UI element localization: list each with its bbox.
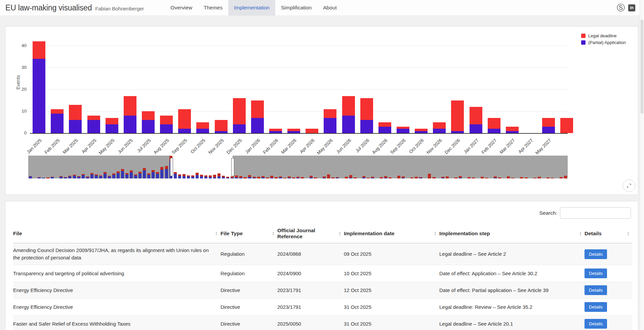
details-button-row-1[interactable]: Details: [585, 249, 607, 259]
details-button-row-2[interactable]: Details: [585, 269, 607, 278]
bar-legal-deadline-Dec 2025[interactable]: [233, 98, 246, 124]
tab-about[interactable]: About: [317, 0, 343, 15]
details-button-row-4[interactable]: Details: [585, 302, 607, 312]
bar-application-Mar 2027[interactable]: [506, 131, 519, 133]
wordpress-icon[interactable]: Ⓢ: [617, 4, 625, 12]
bar-application-Nov 2025[interactable]: [215, 131, 228, 133]
navigator-bar-application: [38, 177, 41, 178]
column-header-implementation-date[interactable]: Implementation date▲▼: [344, 224, 439, 243]
navigator-bar-legal-deadline: [415, 177, 418, 178]
bar-application-Mar 2026[interactable]: [287, 131, 300, 133]
chart-range-navigator[interactable]: [28, 156, 568, 178]
bar-legal-deadline-Nov 2025[interactable]: [215, 120, 228, 131]
navigator-bar-legal-deadline: [468, 177, 471, 178]
legend-item--partial-application[interactable]: (Partial) Application: [581, 40, 626, 45]
bar-application-May 2026[interactable]: [324, 118, 336, 133]
bar-application-Feb 2027[interactable]: [488, 129, 500, 133]
bar-legal-deadline-Aug 2025[interactable]: [160, 116, 173, 124]
bar-application-Dec 2026[interactable]: [451, 131, 464, 133]
bar-application-Jun 2025[interactable]: [124, 116, 136, 133]
tab-simplification[interactable]: Simplification: [275, 0, 317, 15]
navigator-bar-legal-deadline: [446, 176, 449, 178]
bar-legal-deadline-Mar 2027[interactable]: [506, 127, 519, 131]
bar-legal-deadline-May 2025[interactable]: [106, 118, 118, 125]
tab-overview[interactable]: Overview: [165, 0, 198, 15]
bar-application-Feb 2026[interactable]: [269, 131, 282, 133]
bar-application-Dec 2025[interactable]: [233, 124, 246, 133]
navigator-bar-application: [86, 177, 89, 178]
bar-legal-deadline-Aug 2026[interactable]: [378, 122, 391, 127]
bar-application-Aug 2025[interactable]: [160, 124, 173, 133]
search-input[interactable]: [560, 207, 631, 219]
bar-legal-deadline-Sep 2025[interactable]: [178, 109, 191, 129]
navigator-bar-application: [95, 175, 98, 178]
bar-application-Sep 2025[interactable]: [178, 129, 191, 133]
legend-item-legal-deadline[interactable]: Legal deadline: [581, 33, 626, 38]
bar-legal-deadline-bar-30[interactable]: [560, 118, 573, 133]
bar-legal-deadline-Jun 2025[interactable]: [124, 96, 136, 116]
bar-legal-deadline-Jul 2026[interactable]: [360, 98, 373, 120]
bar-legal-deadline-Jan 2026[interactable]: [251, 100, 264, 118]
bar-legal-deadline-Feb 2027[interactable]: [488, 118, 500, 129]
page-scrollbar[interactable]: [640, 0, 644, 330]
bar-legal-deadline-Sep 2026[interactable]: [397, 127, 409, 129]
bar-application-Mar 2025[interactable]: [69, 120, 82, 133]
bar-application-Jan 2027[interactable]: [470, 124, 482, 133]
bar-legal-deadline-Dec 2026[interactable]: [451, 100, 464, 131]
bar-application-Jan 2026[interactable]: [251, 118, 264, 133]
bar-application-May 2025[interactable]: [106, 124, 118, 133]
cell-file: Energy Efficiency Directive: [13, 282, 220, 299]
column-header-file-type[interactable]: File Type▲▼: [220, 224, 277, 243]
cell-step: Date of effect: Application – See Articl…: [439, 265, 585, 282]
details-button-row-5[interactable]: Details: [585, 319, 607, 329]
column-header-official-journal-reference[interactable]: Official Journal Reference▲▼: [277, 224, 344, 243]
bar-application-Apr 2025[interactable]: [87, 120, 100, 133]
navigator-mask-right[interactable]: [233, 156, 568, 178]
bar-legal-deadline-Nov 2026[interactable]: [433, 122, 446, 129]
bar-legal-deadline-May 2026[interactable]: [324, 109, 336, 118]
table-panel: Search: File▲▼File Type▲▼Official Journa…: [5, 201, 638, 330]
bar-application-Jul 2026[interactable]: [360, 120, 373, 133]
bar-legal-deadline-May 2027[interactable]: [542, 118, 555, 127]
bar-legal-deadline-Apr 2025[interactable]: [87, 116, 100, 120]
navigator-handle-right[interactable]: [231, 158, 234, 176]
bar-application-Sep 2026[interactable]: [397, 129, 409, 133]
bar-legal-deadline-Oct 2026[interactable]: [415, 129, 428, 131]
navigator-bar-application: [196, 175, 199, 178]
gridline-40: [30, 46, 568, 46]
column-header-details[interactable]: Details▲▼: [585, 224, 632, 243]
scrollbar-thumb[interactable]: [641, 19, 643, 114]
bar-legal-deadline-Apr 2026[interactable]: [306, 129, 318, 133]
bar-application-Jan 2025[interactable]: [33, 59, 45, 133]
details-button-row-3[interactable]: Details: [585, 285, 607, 295]
bar-legal-deadline-Jan 2027[interactable]: [470, 107, 482, 124]
bar-legal-deadline-Jun 2026[interactable]: [342, 96, 355, 116]
bar-application-Nov 2026[interactable]: [433, 129, 446, 133]
bar-legal-deadline-Feb 2026[interactable]: [269, 129, 282, 131]
bar-legal-deadline-Jul 2025[interactable]: [142, 111, 155, 120]
bar-application-Oct 2026[interactable]: [415, 131, 428, 133]
bar-application-Aug 2026[interactable]: [378, 127, 391, 133]
chart-legend: Legal deadline(Partial) Application: [581, 33, 626, 47]
column-header-implementation-step[interactable]: Implementation step▲▼: [439, 224, 585, 243]
bar-application-May 2027[interactable]: [542, 127, 555, 133]
bar-legal-deadline-Mar 2025[interactable]: [69, 105, 82, 120]
bar-legal-deadline-Feb 2025[interactable]: [51, 109, 64, 114]
bar-application-Oct 2025[interactable]: [196, 129, 209, 133]
bar-application-Jun 2026[interactable]: [342, 116, 355, 133]
bar-legal-deadline-Jan 2025[interactable]: [33, 41, 45, 59]
navigator-bar-legal-deadline: [498, 177, 501, 178]
navigator-handle-left[interactable]: [170, 158, 173, 176]
navigator-bar-legal-deadline: [292, 177, 295, 178]
bar-legal-deadline-Mar 2026[interactable]: [287, 129, 300, 131]
fullscreen-button[interactable]: [623, 179, 635, 192]
bar-application-Jul 2025[interactable]: [142, 120, 155, 133]
tab-themes[interactable]: Themes: [198, 0, 228, 15]
bar-legal-deadline-Oct 2025[interactable]: [196, 122, 209, 129]
navigator-bar-legal-deadline: [253, 177, 256, 178]
tab-implementation[interactable]: Implementation: [228, 0, 275, 15]
navigator-bar-legal-deadline: [156, 172, 159, 174]
linkedin-icon[interactable]: in: [628, 4, 635, 11]
bar-application-Feb 2025[interactable]: [51, 114, 64, 133]
column-header-file[interactable]: File▲▼: [13, 224, 220, 243]
